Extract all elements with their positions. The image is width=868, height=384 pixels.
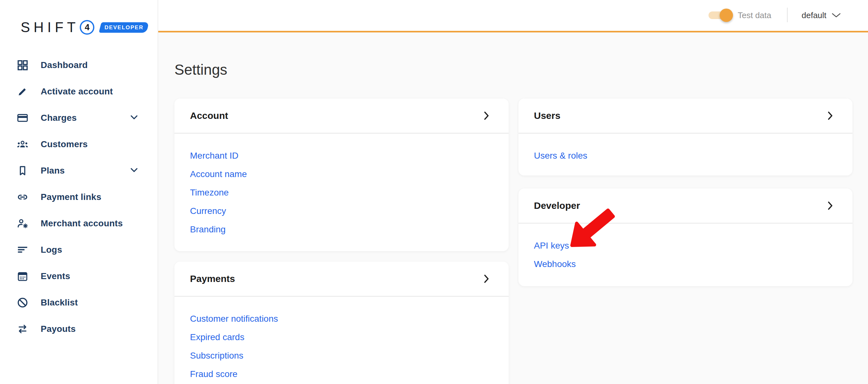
logs-lines-icon bbox=[17, 244, 28, 256]
card-payments: Payments Customer notificationsExpired c… bbox=[175, 262, 509, 384]
card-title: Payments bbox=[190, 273, 235, 284]
chevron-right-icon bbox=[483, 111, 490, 120]
pencil-icon bbox=[17, 86, 28, 97]
bookmark-icon bbox=[17, 165, 28, 176]
calendar-icon bbox=[17, 270, 28, 282]
sidebar-item-label: Events bbox=[41, 271, 70, 281]
settings-link[interactable]: Subscriptions bbox=[190, 347, 243, 365]
settings-link[interactable]: Customer notifications bbox=[190, 309, 278, 328]
sidebar-item-label: Customers bbox=[41, 139, 88, 149]
settings-columns: Account Merchant IDAccount nameTimezoneC… bbox=[175, 98, 852, 384]
settings-link[interactable]: Expired cards bbox=[190, 328, 244, 347]
card-developer: Developer API keysWebhooks bbox=[519, 188, 853, 286]
sidebar-nav: Dashboard Activate account Charges bbox=[0, 52, 158, 342]
card-users-header[interactable]: Users bbox=[519, 98, 853, 134]
card-title: Developer bbox=[534, 200, 580, 211]
developer-badge: DEVELOPER bbox=[99, 22, 149, 33]
settings-link[interactable]: Fraud score bbox=[190, 365, 237, 383]
card-payments-header[interactable]: Payments bbox=[175, 262, 509, 297]
settings-link[interactable]: Branding bbox=[190, 220, 225, 239]
card-title: Users bbox=[534, 110, 560, 121]
sidebar-item-label: Payouts bbox=[41, 324, 75, 334]
credit-card-icon bbox=[17, 112, 28, 124]
sidebar-item-label: Blacklist bbox=[41, 298, 78, 308]
chevron-right-icon bbox=[483, 274, 490, 284]
sidebar-item[interactable]: Payouts bbox=[0, 316, 158, 342]
settings-page: Settings Account Merchant IDAccount name… bbox=[158, 32, 868, 384]
settings-link[interactable]: Timezone bbox=[190, 183, 229, 202]
sidebar-item-label: Logs bbox=[41, 245, 62, 255]
sidebar-item-label: Activate account bbox=[41, 86, 113, 97]
sidebar-item-label: Plans bbox=[41, 166, 65, 176]
right-column: Users Users & roles Developer bbox=[519, 98, 853, 286]
test-data-label: Test data bbox=[738, 11, 771, 20]
environment-dropdown[interactable]: default bbox=[802, 9, 841, 21]
customers-group-icon bbox=[17, 139, 28, 150]
sidebar-item-label: Dashboard bbox=[41, 60, 88, 70]
sidebar-item[interactable]: Events bbox=[0, 263, 158, 289]
sidebar-item-label: Charges bbox=[41, 113, 76, 123]
card-users: Users Users & roles bbox=[519, 98, 853, 175]
test-data-toggle[interactable] bbox=[709, 8, 733, 22]
logo-number: 4 bbox=[85, 23, 90, 32]
left-column: Account Merchant IDAccount nameTimezoneC… bbox=[175, 98, 509, 384]
sidebar-item[interactable]: Logs bbox=[0, 237, 158, 263]
sidebar: SHIFT 4 DEVELOPER Dashboard Activate acc… bbox=[0, 0, 158, 384]
shift4-logo[interactable]: SHIFT 4 DEVELOPER bbox=[21, 20, 148, 35]
logo-number-circle: 4 bbox=[80, 20, 94, 35]
topbar-divider bbox=[787, 8, 787, 22]
chevron-down-icon bbox=[130, 114, 138, 121]
card-title: Account bbox=[190, 110, 228, 121]
chevron-right-icon bbox=[827, 111, 833, 120]
sidebar-item[interactable]: Merchant accounts bbox=[0, 210, 158, 237]
dashboard-grid-icon bbox=[17, 59, 28, 71]
developer-badge-label: DEVELOPER bbox=[104, 24, 144, 31]
card-developer-links: API keysWebhooks bbox=[519, 224, 853, 273]
logo-brand-text: SHIFT bbox=[21, 20, 79, 35]
toggle-knob bbox=[720, 8, 733, 22]
sidebar-item[interactable]: Payment links bbox=[0, 184, 158, 210]
card-payments-links: Customer notificationsExpired cardsSubsc… bbox=[175, 297, 509, 383]
settings-link[interactable]: Currency bbox=[190, 202, 226, 220]
chevron-down-icon bbox=[130, 167, 138, 174]
card-account-links: Merchant IDAccount nameTimezoneCurrencyB… bbox=[175, 134, 509, 239]
settings-link[interactable]: Users & roles bbox=[534, 147, 587, 165]
sidebar-item-label: Payment links bbox=[41, 192, 101, 202]
block-icon bbox=[17, 297, 28, 308]
environment-value: default bbox=[802, 10, 826, 20]
person-gear-icon bbox=[17, 218, 28, 229]
settings-link[interactable]: Account name bbox=[190, 165, 247, 183]
sidebar-item[interactable]: Activate account bbox=[0, 78, 158, 105]
sidebar-item[interactable]: Plans bbox=[0, 157, 158, 184]
card-users-links: Users & roles bbox=[519, 134, 853, 165]
sidebar-item-label: Merchant accounts bbox=[41, 218, 123, 229]
chevron-right-icon bbox=[827, 201, 833, 210]
chevron-down-icon bbox=[832, 13, 841, 18]
sidebar-item[interactable]: Charges bbox=[0, 105, 158, 131]
transfer-arrows-icon bbox=[17, 323, 28, 335]
sidebar-item[interactable]: Dashboard bbox=[0, 52, 158, 78]
settings-link[interactable]: Merchant ID bbox=[190, 147, 239, 165]
link-icon bbox=[17, 191, 28, 203]
settings-link[interactable]: Webhooks bbox=[534, 255, 576, 273]
settings-link[interactable]: API keys bbox=[534, 237, 569, 255]
sidebar-item[interactable]: Blacklist bbox=[0, 289, 158, 316]
card-account: Account Merchant IDAccount nameTimezoneC… bbox=[175, 98, 509, 251]
card-developer-header[interactable]: Developer bbox=[519, 188, 853, 224]
page-title: Settings bbox=[175, 61, 852, 78]
sidebar-item[interactable]: Customers bbox=[0, 131, 158, 157]
card-account-header[interactable]: Account bbox=[175, 98, 509, 134]
